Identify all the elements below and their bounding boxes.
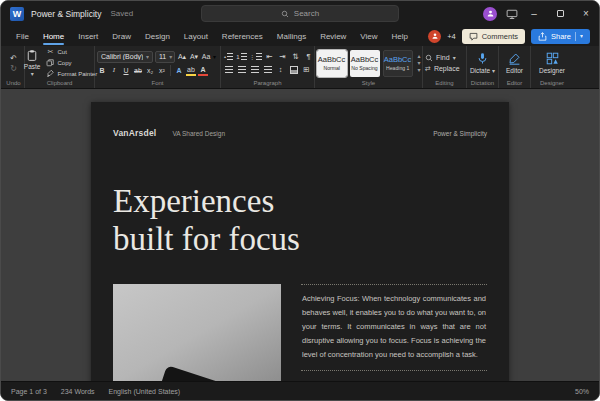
line-spacing-button[interactable]: ↕ bbox=[275, 64, 286, 75]
justify-button[interactable] bbox=[262, 64, 273, 75]
collaborators-count-badge[interactable]: +4 bbox=[447, 32, 456, 41]
style-name: Normal bbox=[323, 65, 339, 70]
align-center-button[interactable] bbox=[236, 64, 247, 75]
subscript-button[interactable]: x₂ bbox=[145, 65, 155, 76]
style-scroll-down-icon[interactable]: ▾ bbox=[418, 60, 421, 67]
multilevel-list-button[interactable]: ⋮ bbox=[249, 51, 262, 62]
search-bar[interactable]: Search bbox=[201, 5, 399, 22]
style-gallery: AaBbCc Normal AaBbCc No Spacing AaBbCc H… bbox=[317, 50, 421, 77]
font-size-combo[interactable]: 11 ▾ bbox=[155, 51, 175, 63]
comments-button[interactable]: Comments bbox=[462, 29, 525, 44]
share-button[interactable]: Share ▾ bbox=[531, 29, 590, 44]
style-scroll-up-icon[interactable]: ▴ bbox=[418, 53, 421, 60]
tab-help[interactable]: Help bbox=[385, 26, 415, 46]
save-status[interactable]: Saved bbox=[110, 9, 133, 18]
increase-indent-button[interactable]: ⇥ bbox=[277, 51, 288, 62]
text-effects-button[interactable]: A bbox=[174, 65, 184, 76]
font-color-button[interactable]: A bbox=[198, 65, 208, 76]
align-left-button[interactable] bbox=[223, 64, 234, 75]
style-group-label: Style bbox=[317, 78, 420, 88]
style-preview: AaBbCc bbox=[318, 56, 346, 64]
align-right-button[interactable] bbox=[249, 64, 260, 75]
decrease-indent-button[interactable]: ⇤ bbox=[264, 51, 275, 62]
tab-draw[interactable]: Draw bbox=[105, 26, 138, 46]
font-row-bottom: B I U ab x₂ x² A ab A bbox=[97, 65, 208, 76]
replace-label: Replace bbox=[434, 65, 460, 72]
find-icon bbox=[425, 54, 433, 62]
copy-button[interactable]: Copy bbox=[46, 58, 97, 67]
bold-button[interactable]: B bbox=[97, 65, 107, 76]
tab-layout[interactable]: Layout bbox=[177, 26, 215, 46]
change-case-dropdown-icon[interactable]: ▾ bbox=[213, 54, 216, 60]
style-card-no-spacing[interactable]: AaBbCc No Spacing bbox=[350, 50, 380, 77]
italic-button[interactable]: I bbox=[109, 65, 119, 76]
designer-label: Designer bbox=[539, 67, 565, 74]
tab-insert[interactable]: Insert bbox=[71, 26, 105, 46]
undo-icon[interactable]: ↶ bbox=[10, 54, 17, 63]
share-dropdown-icon[interactable]: ▾ bbox=[580, 33, 583, 39]
superscript-button[interactable]: x² bbox=[157, 65, 167, 76]
tab-mailings[interactable]: Mailings bbox=[270, 26, 313, 46]
tab-file[interactable]: File bbox=[9, 26, 36, 46]
undo-group-label: Undo bbox=[5, 78, 22, 88]
close-button[interactable]: × bbox=[573, 1, 599, 26]
copy-label: Copy bbox=[57, 60, 71, 66]
presenter-mode-icon[interactable] bbox=[506, 8, 518, 20]
tab-review[interactable]: Review bbox=[313, 26, 353, 46]
tab-references[interactable]: References bbox=[215, 26, 270, 46]
style-card-normal[interactable]: AaBbCc Normal bbox=[317, 50, 347, 77]
zoom-level[interactable]: 50% bbox=[575, 388, 589, 395]
show-formatting-button[interactable]: ¶ bbox=[303, 51, 314, 62]
share-label: Share bbox=[551, 32, 571, 41]
text-highlight-button[interactable]: ab bbox=[186, 65, 196, 76]
paste-button[interactable]: Paste ▾ bbox=[22, 49, 43, 77]
borders-button[interactable]: ⊞ bbox=[301, 64, 312, 75]
ribbon: ↶ ↻ Undo Paste ▾ ✂ Cut bbox=[1, 46, 599, 89]
bullet-list-button[interactable]: • bbox=[223, 51, 234, 62]
style-name: No Spacing bbox=[351, 65, 377, 70]
sort-button[interactable]: ⇅ bbox=[290, 51, 301, 62]
minimize-button[interactable]: – bbox=[521, 1, 547, 26]
change-case-button[interactable]: Aa bbox=[201, 51, 211, 62]
page-indicator[interactable]: Page 1 of 3 bbox=[11, 388, 47, 395]
tab-design[interactable]: Design bbox=[138, 26, 177, 46]
style-gallery-more-icon[interactable]: ▾ bbox=[418, 67, 421, 74]
format-painter-button[interactable]: Format Painter bbox=[46, 69, 97, 78]
redo-icon[interactable]: ↻ bbox=[10, 64, 17, 73]
tab-view[interactable]: View bbox=[353, 26, 384, 46]
paragraph-group-body: • 1 ⋮ ⇤ ⇥ ⇅ ¶ ↕ ⊞ bbox=[223, 48, 312, 78]
collaborator-avatar[interactable] bbox=[428, 30, 441, 43]
paste-dropdown-icon[interactable]: ▾ bbox=[31, 71, 34, 77]
style-card-heading1[interactable]: AaBbCc Heading 1 bbox=[383, 50, 413, 77]
ribbon-group-editing: Find ▾ ⇄ Replace Editing bbox=[423, 46, 467, 88]
language-indicator[interactable]: English (United States) bbox=[109, 388, 181, 395]
editor-pen-icon bbox=[508, 52, 521, 65]
editor-button[interactable]: Editor bbox=[501, 52, 528, 74]
brand-logo-text: VanArsdel bbox=[113, 128, 156, 138]
replace-icon: ⇄ bbox=[425, 65, 431, 73]
font-group-label: Font bbox=[97, 78, 218, 88]
account-avatar[interactable] bbox=[483, 7, 497, 21]
strikethrough-button[interactable]: ab bbox=[133, 65, 143, 76]
cut-button[interactable]: ✂ Cut bbox=[46, 48, 97, 56]
grow-font-button[interactable]: A▴ bbox=[177, 51, 187, 62]
replace-button[interactable]: ⇄ Replace bbox=[425, 65, 460, 73]
tab-home[interactable]: Home bbox=[36, 26, 71, 46]
document-photo[interactable] bbox=[113, 284, 281, 381]
multilevel-lines-icon bbox=[256, 53, 262, 60]
font-family-combo[interactable]: Calibri (Body) ▾ bbox=[97, 51, 153, 63]
shading-button[interactable] bbox=[288, 64, 299, 75]
find-button[interactable]: Find ▾ bbox=[425, 54, 456, 62]
style-group-body: AaBbCc Normal AaBbCc No Spacing AaBbCc H… bbox=[317, 48, 420, 78]
document-page[interactable]: VanArsdel VA Shared Design Power & Simpl… bbox=[91, 102, 509, 381]
underline-button[interactable]: U bbox=[121, 65, 131, 76]
document-heading: Experiences built for focus bbox=[113, 182, 487, 258]
dictate-button[interactable]: Dictate▾ bbox=[469, 52, 496, 74]
maximize-button[interactable] bbox=[547, 1, 573, 26]
search-icon bbox=[281, 10, 289, 18]
align-center-icon bbox=[238, 66, 246, 73]
shrink-font-button[interactable]: A▾ bbox=[189, 51, 199, 62]
word-count[interactable]: 234 Words bbox=[61, 388, 95, 395]
designer-button[interactable]: Designer bbox=[533, 52, 571, 74]
numbered-list-button[interactable]: 1 bbox=[236, 51, 247, 62]
